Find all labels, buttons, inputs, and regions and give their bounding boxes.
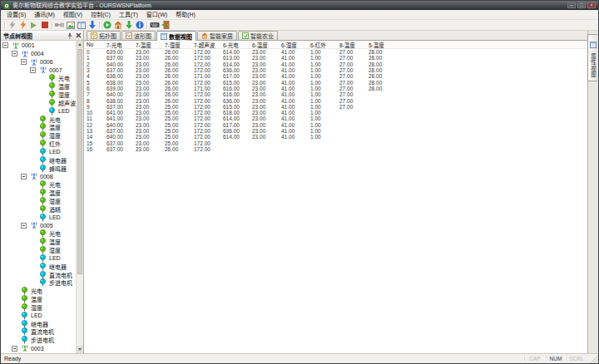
scroll-down-arrow[interactable] xyxy=(77,346,83,353)
resize-grip[interactable] xyxy=(588,354,598,364)
window-layout-button[interactable] xyxy=(76,20,87,30)
tree-leaf-光电[interactable]: 光电 xyxy=(1,229,76,238)
menu-settings[interactable]: 设置(S) xyxy=(2,10,30,20)
info-button[interactable] xyxy=(134,20,145,30)
tree-leaf-LED[interactable]: LED xyxy=(1,148,76,156)
tree-leaf-LED[interactable]: LED xyxy=(1,107,76,116)
table-row[interactable]: 11641.0023.0025.00172.00614.0023.0041.00… xyxy=(84,116,587,121)
table-row[interactable]: 14640.0023.0025.00172.00614.0023.0041.00… xyxy=(84,134,587,140)
tab-topology[interactable]: 拓扑图 xyxy=(87,31,121,40)
connect-disabled-button[interactable] xyxy=(7,20,17,30)
tree-node-0004[interactable]: 0004 xyxy=(1,50,76,58)
tree-leaf-LED[interactable]: LED xyxy=(1,312,76,320)
tree-leaf-温度[interactable]: 温度 xyxy=(1,82,76,91)
tree-node-0007[interactable]: 0007 xyxy=(1,66,76,75)
expander-minus-icon[interactable] xyxy=(21,174,30,180)
update-button[interactable] xyxy=(123,20,134,30)
column-header-8-温度[interactable]: 8-温度 xyxy=(337,41,366,49)
column-header-5-温度[interactable]: 5-温度 xyxy=(366,41,395,49)
column-header-7-超声波[interactable]: 7-超声波 xyxy=(191,41,220,49)
tree-leaf-LED[interactable]: LED xyxy=(1,214,76,222)
expander-minus-icon[interactable] xyxy=(12,51,21,57)
table-row[interactable]: 9637.0023.0025.00172.00615.0023.0041.001… xyxy=(84,104,587,110)
column-header-6-光电[interactable]: 6-光电 xyxy=(220,41,250,49)
column-header-7-温度[interactable]: 7-温度 xyxy=(133,41,162,49)
table-row[interactable]: 12640.0023.0025.00172.00617.0023.0041.00… xyxy=(84,122,587,128)
table-row[interactable]: 15637.0023.0025.00172.00 xyxy=(84,140,587,145)
tree-leaf-继电器[interactable]: 继电器 xyxy=(1,156,76,165)
table-row[interactable]: 8638.0023.0026.00172.00636.0023.0041.001… xyxy=(84,97,587,103)
tab-agriculture[interactable]: 智能农业 xyxy=(238,31,278,40)
maximize-button[interactable]: □ xyxy=(577,2,586,8)
tree-scrollbar[interactable] xyxy=(76,41,83,353)
table-row[interactable]: 4638.0023.0026.00171.00617.0023.0041.001… xyxy=(84,73,587,79)
tab-waveform[interactable]: 波形图 xyxy=(121,31,156,40)
keyboard-button[interactable] xyxy=(149,20,160,30)
table-row[interactable]: 16637.0023.0026.00172.00 xyxy=(84,146,587,152)
table-row[interactable]: 5638.0023.0026.00172.00615.0023.0041.001… xyxy=(84,79,587,85)
tree-node-0008[interactable]: 0008 xyxy=(1,173,76,181)
tree-leaf-湿度[interactable]: 湿度 xyxy=(1,91,76,99)
column-header-6-红外[interactable]: 6-红外 xyxy=(308,41,337,49)
title-bar[interactable]: 奥尔斯物联网综合教学实验平台 - OURSWSNPlatform ─ □ × xyxy=(1,1,598,10)
tree-leaf-温度[interactable]: 温度 xyxy=(1,238,76,246)
tree-leaf-湿度[interactable]: 湿度 xyxy=(1,246,76,254)
tree-node-0005[interactable]: 0005 xyxy=(1,222,76,230)
tree-leaf-湿度[interactable]: 湿度 xyxy=(1,303,76,312)
table-row[interactable]: 3637.0023.0026.00172.00636.0023.0041.001… xyxy=(84,67,587,73)
table-row[interactable]: 10641.0023.0025.00172.00618.0023.0041.00… xyxy=(84,110,587,116)
column-header-6-湿度[interactable]: 6-湿度 xyxy=(279,41,308,49)
tree-leaf-继电器[interactable]: 继电器 xyxy=(1,320,76,328)
table-row[interactable]: 7640.0023.0026.00172.00616.0023.0041.001… xyxy=(84,91,587,97)
tree-node-0001[interactable]: 0001 xyxy=(1,42,76,50)
tree-leaf-直流电机[interactable]: 直流电机 xyxy=(1,328,76,337)
tree-leaf-酒精[interactable]: 酒精 xyxy=(1,205,76,214)
tree-leaf-直流电机[interactable]: 直流电机 xyxy=(1,271,76,279)
waveform-image-button[interactable] xyxy=(65,20,76,30)
column-header-6-温度[interactable]: 6-温度 xyxy=(250,41,279,49)
tree-leaf-光电[interactable]: 光电 xyxy=(1,180,76,189)
panel-close-icon[interactable] xyxy=(76,32,82,38)
pin-icon[interactable] xyxy=(67,32,73,39)
expander-minus-icon[interactable] xyxy=(21,223,30,229)
tree-leaf-超声波[interactable]: 超声波 xyxy=(1,99,76,107)
table-row[interactable]: 13637.0023.0025.00172.00636.0023.0041.00… xyxy=(84,128,587,134)
tab-smarthome[interactable]: 智能家居 xyxy=(197,31,237,40)
expander-minus-icon[interactable] xyxy=(30,67,39,73)
tree-node-0006[interactable]: 0006 xyxy=(1,58,76,66)
tree-leaf-蜂鸣器[interactable]: 蜂鸣器 xyxy=(1,165,76,173)
close-button[interactable]: × xyxy=(587,2,596,8)
download-button[interactable] xyxy=(87,20,97,30)
start-button[interactable] xyxy=(28,20,39,30)
properties-panel-tab[interactable]: 属性视图 xyxy=(587,34,597,81)
column-header-No[interactable]: No xyxy=(84,42,104,47)
expander-minus-icon[interactable] xyxy=(21,59,30,65)
table-row[interactable]: 0639.0023.0026.00172.00614.0023.0041.001… xyxy=(84,49,587,55)
home-button[interactable] xyxy=(112,20,123,30)
tree-leaf-温度[interactable]: 温度 xyxy=(1,189,76,197)
tree-leaf-湿度[interactable]: 湿度 xyxy=(1,197,76,205)
scroll-up-arrow[interactable] xyxy=(77,41,83,48)
menu-window[interactable]: 窗口(W) xyxy=(142,10,171,20)
minimize-button[interactable]: ─ xyxy=(567,2,576,8)
table-row[interactable]: 2640.0023.0026.00172.00614.0023.0041.001… xyxy=(84,61,587,67)
table-row[interactable]: 6639.0023.0026.00171.00616.0023.0041.001… xyxy=(84,86,587,91)
column-header-7-光电[interactable]: 7-光电 xyxy=(104,41,133,49)
tree-leaf-光电[interactable]: 光电 xyxy=(1,74,76,82)
tree-leaf-红外[interactable]: 红外 xyxy=(1,140,76,148)
column-header-7-湿度[interactable]: 7-湿度 xyxy=(162,41,191,49)
menu-communication[interactable]: 通讯(M) xyxy=(30,10,59,20)
tree-leaf-步进电机[interactable]: 步进电机 xyxy=(1,278,76,287)
serial-config-button[interactable] xyxy=(54,20,65,30)
menu-tools[interactable]: 工具(T) xyxy=(115,10,142,20)
menu-view[interactable]: 视图(V) xyxy=(59,10,87,20)
expander-minus-icon[interactable] xyxy=(12,346,21,352)
table-row[interactable]: 1637.0023.0026.00172.00613.0023.0041.001… xyxy=(84,55,587,61)
exit-door-button[interactable] xyxy=(160,20,171,30)
tree-leaf-光电[interactable]: 光电 xyxy=(1,116,76,124)
expander-minus-icon[interactable] xyxy=(2,42,12,48)
tree-node-0003[interactable]: 0003 xyxy=(1,344,76,352)
tree-leaf-步进电机[interactable]: 步进电机 xyxy=(1,336,76,344)
scrollbar-thumb[interactable] xyxy=(77,49,82,274)
run-circle-button[interactable] xyxy=(101,20,112,30)
